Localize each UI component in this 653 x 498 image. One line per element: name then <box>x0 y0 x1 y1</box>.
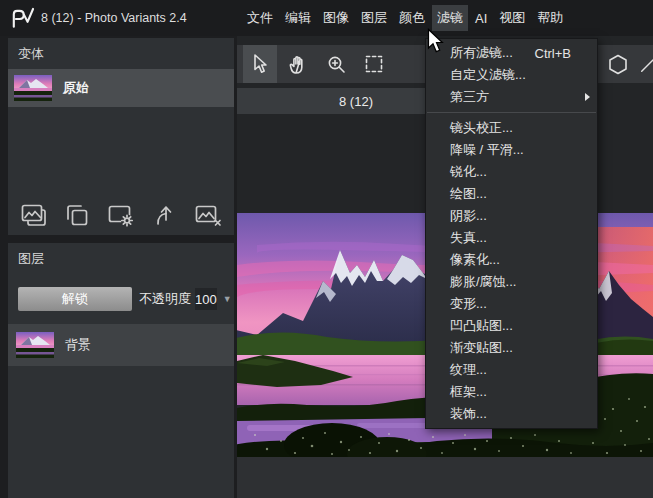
zoom-tool[interactable] <box>319 45 353 83</box>
variant-item[interactable]: 原始 <box>8 69 234 107</box>
layer-thumbnail <box>16 332 54 358</box>
line-tool[interactable] <box>639 45 653 83</box>
polygon-tool-icon <box>607 53 629 76</box>
menubar-item[interactable]: AI <box>470 7 492 30</box>
marquee-tool-icon <box>363 53 385 75</box>
title-bar: 8 (12) - Photo Variants 2.4 文件 编辑 图像 图层 … <box>0 0 653 36</box>
filter-menu-item[interactable]: 凹凸贴图... <box>426 315 597 337</box>
layers-panel-title: 图层 <box>8 243 234 274</box>
filter-menu-item <box>426 108 597 117</box>
delete-variant-icon <box>193 202 223 229</box>
hand-tool-icon <box>287 53 309 75</box>
filter-menu-item[interactable]: 降噪 / 平滑... <box>426 139 597 161</box>
opacity-value[interactable]: 100 <box>195 288 217 310</box>
filter-menu-item[interactable]: 锐化... <box>426 161 597 183</box>
add-variant-icon <box>19 202 49 229</box>
layer-label: 背景 <box>65 336 91 354</box>
variant-settings-icon <box>106 202 136 229</box>
polygon-tool[interactable] <box>601 45 635 83</box>
filter-menu-item[interactable]: 失真... <box>426 227 597 249</box>
filter-menu-item[interactable]: 绘图... <box>426 183 597 205</box>
filter-menu-item[interactable]: 渐变贴图... <box>426 337 597 359</box>
layers-panel: 图层 解锁 不透明度 100 ▼ 背景 <box>8 243 234 498</box>
menubar-item[interactable]: 颜色 <box>394 5 430 31</box>
filter-menu-item-label: 自定义滤镜... <box>450 66 526 84</box>
filter-menu-item-label: 降噪 / 平滑... <box>450 141 524 159</box>
menubar-item[interactable]: 帮助 <box>532 5 568 31</box>
filter-menu-item-label: 绘图... <box>450 185 487 203</box>
add-variant-button[interactable] <box>17 199 51 231</box>
variants-panel-title: 变体 <box>8 38 234 69</box>
unlock-button[interactable]: 解锁 <box>18 287 132 311</box>
filter-menu-item-label: 所有滤镜... <box>450 44 513 62</box>
line-tool-icon <box>639 53 653 75</box>
menubar-item[interactable]: 编辑 <box>280 5 316 31</box>
filter-menu-item-label: 框架... <box>450 383 487 401</box>
export-variant-button[interactable] <box>148 199 182 231</box>
filter-menu-item[interactable]: 镜头校正... <box>426 117 597 139</box>
delete-variant-button[interactable] <box>191 199 225 231</box>
variant-label: 原始 <box>63 79 89 97</box>
layer-controls: 解锁 不透明度 100 ▼ <box>18 287 228 311</box>
export-variant-icon <box>152 202 178 229</box>
filter-menu-item-label: 阴影... <box>450 207 487 225</box>
menubar-item[interactable]: 文件 <box>242 5 278 31</box>
filter-menu-item[interactable]: 装饰... <box>426 403 597 425</box>
filter-menu-item-label: 失真... <box>450 229 487 247</box>
hand-tool[interactable] <box>281 45 315 83</box>
filter-menu-item[interactable]: 纹理... <box>426 359 597 381</box>
filter-menu-item-label: 纹理... <box>450 361 487 379</box>
canvas-lower-strip <box>237 457 653 498</box>
menubar-item[interactable]: 视图 <box>494 5 530 31</box>
mouse-cursor <box>427 28 444 55</box>
filter-menu-item[interactable]: 所有滤镜... Ctrl+B <box>426 42 597 64</box>
filter-menu-item[interactable]: 自定义滤镜... <box>426 64 597 86</box>
marquee-tool[interactable] <box>357 45 391 83</box>
filter-menu-item-label: 第三方 <box>450 88 489 106</box>
filter-menu-item-label: 渐变贴图... <box>450 339 513 357</box>
menubar-item[interactable]: 图像 <box>318 5 354 31</box>
app-logo-icon <box>9 6 34 30</box>
image-tab-label: 8 (12) <box>339 94 373 109</box>
opacity-caret-icon[interactable]: ▼ <box>223 294 232 304</box>
variants-panel: 变体 原始 <box>8 38 234 235</box>
filter-menu-item-label: 膨胀/腐蚀... <box>450 273 516 291</box>
window-title: 8 (12) - Photo Variants 2.4 <box>41 11 187 25</box>
duplicate-variant-button[interactable] <box>60 199 94 231</box>
variant-settings-button[interactable] <box>104 199 138 231</box>
filter-menu-item[interactable]: 阴影... <box>426 205 597 227</box>
filter-menu-item-label: 锐化... <box>450 163 487 181</box>
filter-menu-item[interactable]: 第三方 <box>426 86 597 108</box>
filter-menu-item-label: 镜头校正... <box>450 119 513 137</box>
layers-list: 背景 <box>8 324 234 366</box>
variants-list: 原始 <box>8 69 234 107</box>
zoom-tool-icon <box>326 54 347 75</box>
duplicate-variant-icon <box>63 202 91 229</box>
filter-menu-item-label: 像素化... <box>450 251 500 269</box>
filter-menu-item[interactable]: 膨胀/腐蚀... <box>426 271 597 293</box>
filter-menu-item-label: 变形... <box>450 295 487 313</box>
menubar: 文件 编辑 图像 图层 颜色 滤镜 AI 视图 帮助 <box>241 0 569 36</box>
filter-menu-item-label: 装饰... <box>450 405 487 423</box>
pointer-tool[interactable] <box>243 45 277 83</box>
filter-dropdown-menu: 所有滤镜... Ctrl+B 自定义滤镜... 第三方 <box>425 38 598 429</box>
opacity-label: 不透明度 <box>139 290 191 308</box>
layer-item[interactable]: 背景 <box>8 324 234 366</box>
submenu-arrow-icon <box>585 93 590 101</box>
filter-menu-item[interactable]: 框架... <box>426 381 597 403</box>
menubar-item[interactable]: 图层 <box>356 5 392 31</box>
filter-menu-item[interactable]: 变形... <box>426 293 597 315</box>
filter-menu-item[interactable]: 像素化... <box>426 249 597 271</box>
pointer-tool-icon <box>250 53 270 75</box>
filter-menu-item-label: 凹凸贴图... <box>450 317 513 335</box>
app-window: 8 (12) - Photo Variants 2.4 文件 编辑 图像 图层 … <box>0 0 653 498</box>
filter-menu-item-shortcut: Ctrl+B <box>535 46 571 61</box>
variant-thumbnail <box>14 75 52 101</box>
variants-toolbar <box>8 197 234 233</box>
